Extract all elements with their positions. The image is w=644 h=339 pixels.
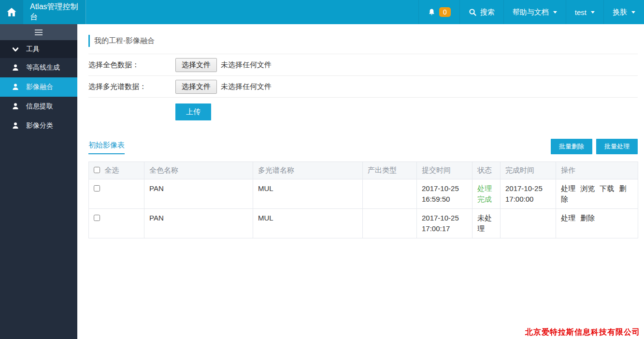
action-process-link[interactable]: 处理 xyxy=(561,214,575,222)
mul-file-row: 选择多光谱数据： 选择文件 未选择任何文件 xyxy=(88,76,638,98)
chevron-down-icon xyxy=(631,11,635,14)
cell-finish-time: 2017-10-25 17:00:00 xyxy=(501,179,556,209)
sidebar: 工具 等高线生成 影像融合 信息提取 影像分类 xyxy=(0,24,77,339)
header-submit-time: 提交时间 xyxy=(417,162,472,179)
help-docs-menu[interactable]: 帮助与文档 xyxy=(503,0,566,24)
sidebar-item-contour-generation[interactable]: 等高线生成 xyxy=(0,58,77,77)
action-download-link[interactable]: 下载 xyxy=(600,184,614,192)
table-row: PAN MUL 2017-10-25 17:00:17 未处理 处理 删除 xyxy=(89,209,638,238)
top-navbar: Atlas管理控制台 0 搜索 帮助与文档 test 换肤 xyxy=(0,0,644,24)
cell-actions: 处理 删除 xyxy=(556,209,638,238)
pan-file-label: 选择全色数据： xyxy=(88,60,175,70)
sidebar-group-tools[interactable]: 工具 xyxy=(0,40,77,58)
tab-initial-image-table[interactable]: 初始影像表 xyxy=(88,141,125,154)
company-watermark: 北京爱特拉斯信息科技有限公司 xyxy=(525,327,640,338)
cell-pan-name: PAN xyxy=(144,209,253,238)
navbar-spacer xyxy=(86,0,418,24)
header-label: 全选 xyxy=(104,166,119,174)
chevron-down-icon xyxy=(9,46,22,53)
row-checkbox[interactable] xyxy=(94,215,100,221)
user-icon xyxy=(9,64,22,72)
sidebar-item-label: 信息提取 xyxy=(26,102,53,111)
page-title: 我的工程-影像融合 xyxy=(88,35,638,47)
status-badge: 未处理 xyxy=(472,209,501,238)
sidebar-item-image-classification[interactable]: 影像分类 xyxy=(0,116,77,135)
chevron-down-icon xyxy=(553,11,557,14)
header-actions: 操作 xyxy=(556,162,638,179)
mul-file-label: 选择多光谱数据： xyxy=(88,82,175,91)
table-header-row: 全选 全色名称 多光谱名称 产出类型 提交时间 状态 完成时间 操作 xyxy=(89,162,638,179)
cell-mul-name: MUL xyxy=(253,209,363,238)
action-process-link[interactable]: 处理 xyxy=(561,184,575,192)
notifications-button[interactable]: 0 xyxy=(418,0,459,24)
skin-menu[interactable]: 换肤 xyxy=(603,0,644,24)
sidebar-item-info-extraction[interactable]: 信息提取 xyxy=(0,97,77,116)
cell-actions: 处理 浏览 下载 删除 xyxy=(556,179,638,209)
chevron-down-icon xyxy=(591,11,595,14)
cell-output-type xyxy=(363,209,417,238)
header-select-all: 全选 xyxy=(89,162,144,179)
pan-no-file-text: 未选择任何文件 xyxy=(221,60,272,70)
table-toolbar: 初始影像表 批量删除 批量处理 xyxy=(88,139,638,154)
sidebar-toggle[interactable] xyxy=(0,24,77,40)
pan-file-row: 选择全色数据： 选择文件 未选择任何文件 xyxy=(88,54,638,76)
status-badge: 处理完成 xyxy=(472,179,501,209)
header-mul-name: 多光谱名称 xyxy=(253,162,363,179)
search-button[interactable]: 搜索 xyxy=(459,0,503,24)
sidebar-group-label: 工具 xyxy=(26,45,40,54)
sidebar-item-label: 影像分类 xyxy=(26,121,53,130)
app-title: Atlas管理控制台 xyxy=(23,0,86,24)
cell-output-type xyxy=(363,179,417,209)
action-browse-link[interactable]: 浏览 xyxy=(580,184,595,192)
action-delete-link[interactable]: 删除 xyxy=(580,214,595,222)
username-label: test xyxy=(575,8,587,16)
notification-count-badge: 0 xyxy=(439,7,451,17)
skin-label: 换肤 xyxy=(613,8,627,17)
user-icon xyxy=(9,122,22,130)
sidebar-item-label: 等高线生成 xyxy=(26,63,60,72)
bell-icon xyxy=(428,8,436,16)
mul-choose-file-button[interactable]: 选择文件 xyxy=(175,80,217,94)
row-checkbox[interactable] xyxy=(94,185,100,192)
pan-choose-file-button[interactable]: 选择文件 xyxy=(175,58,217,72)
sidebar-item-image-fusion[interactable]: 影像融合 xyxy=(0,77,77,97)
cell-mul-name: MUL xyxy=(253,179,363,209)
cell-pan-name: PAN xyxy=(144,179,253,209)
initial-image-table: 全选 全色名称 多光谱名称 产出类型 提交时间 状态 完成时间 操作 PAN M… xyxy=(88,162,638,238)
cell-finish-time xyxy=(501,209,556,238)
home-button[interactable] xyxy=(0,0,23,24)
header-finish-time: 完成时间 xyxy=(501,162,556,179)
table-row: PAN MUL 2017-10-25 16:59:50 处理完成 2017-10… xyxy=(89,179,638,209)
mul-no-file-text: 未选择任何文件 xyxy=(221,82,272,91)
home-icon xyxy=(6,7,17,17)
hamburger-icon xyxy=(35,28,43,37)
cell-submit-time: 2017-10-25 17:00:17 xyxy=(417,209,472,238)
user-icon xyxy=(9,103,22,110)
search-icon xyxy=(469,8,477,16)
user-icon xyxy=(9,83,22,91)
header-output-type: 产出类型 xyxy=(363,162,417,179)
cell-select xyxy=(89,179,144,209)
batch-delete-button[interactable]: 批量删除 xyxy=(551,139,592,154)
sidebar-item-label: 影像融合 xyxy=(26,83,53,91)
help-docs-label: 帮助与文档 xyxy=(513,8,549,17)
upload-button[interactable]: 上传 xyxy=(175,103,211,120)
main-content: 我的工程-影像融合 选择全色数据： 选择文件 未选择任何文件 选择多光谱数据： … xyxy=(77,24,644,238)
header-pan-name: 全色名称 xyxy=(144,162,253,179)
cell-select xyxy=(89,209,144,238)
select-all-checkbox[interactable] xyxy=(94,167,100,173)
batch-process-button[interactable]: 批量处理 xyxy=(596,139,638,154)
cell-submit-time: 2017-10-25 16:59:50 xyxy=(417,179,472,209)
user-menu[interactable]: test xyxy=(566,0,603,24)
header-status: 状态 xyxy=(472,162,501,179)
search-label: 搜索 xyxy=(480,8,495,17)
